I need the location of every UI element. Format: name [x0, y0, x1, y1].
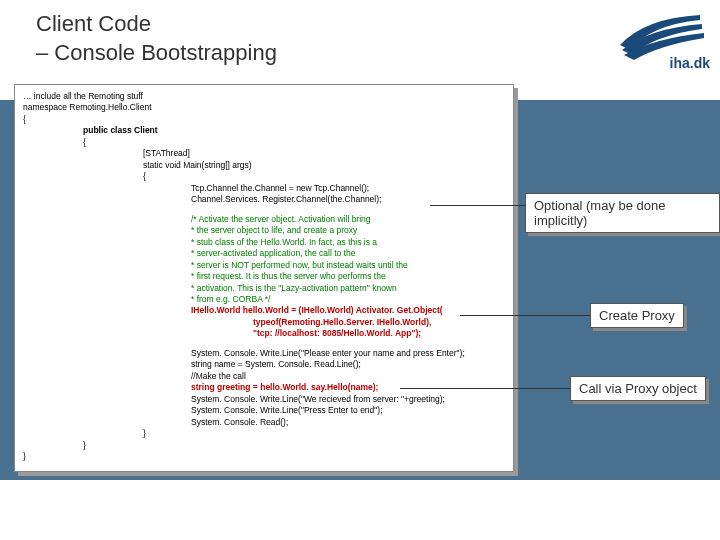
callout-optional: Optional (may be done implicitly): [525, 193, 720, 233]
code-line: {: [143, 171, 505, 182]
code-line: System. Console. Write.Line("We recieved…: [191, 394, 505, 405]
code-line: public class Client: [83, 125, 505, 136]
code-line: {: [83, 137, 505, 148]
comment-line: * server is NOT performed now, but inste…: [191, 260, 505, 271]
callout-text: Create Proxy: [599, 308, 675, 323]
code-line: {: [23, 114, 505, 125]
proxy-line: typeof(Remoting.Hello.Server. IHello.Wor…: [253, 317, 505, 328]
spacer: [191, 340, 505, 348]
comment-line: * server-activated application, the call…: [191, 248, 505, 259]
callout-text: Optional (may be done implicitly): [534, 198, 666, 228]
comment-line: * first request. It is thus the server w…: [191, 271, 505, 282]
proxy-line: "tcp: //localhost: 8085/Hello.World. App…: [253, 328, 505, 339]
code-line: … include all the Remoting stuff: [23, 91, 505, 102]
title-line2: – Console Bootstrapping: [36, 40, 277, 65]
title-line1: Client Code: [36, 11, 151, 36]
code-box: … include all the Remoting stuff namespa…: [14, 84, 514, 472]
spacer: [191, 206, 505, 214]
code-line: Tcp.Channel the.Channel = new Tcp.Channe…: [191, 183, 505, 194]
callout-connector: [460, 315, 590, 316]
code-line: }: [143, 428, 505, 439]
comment-line: * from e.g. CORBA */: [191, 294, 505, 305]
callout-text: Call via Proxy object: [579, 381, 697, 396]
code-line: Channel.Services. Register.Channel(the.C…: [191, 194, 505, 205]
comment-line: * activation. This is the "Lazy-activati…: [191, 283, 505, 294]
code-line: System. Console. Read();: [191, 417, 505, 428]
code-line: System. Console. Write.Line("Press Enter…: [191, 405, 505, 416]
callout-call-via-proxy: Call via Proxy object: [570, 376, 706, 401]
code-line: }: [83, 440, 505, 451]
code-line: //Make the call: [191, 371, 505, 382]
callout-connector: [400, 388, 570, 389]
code-line: System. Console. Write.Line("Please ente…: [191, 348, 505, 359]
comment-line: * stub class of the Hello.World. In fact…: [191, 237, 505, 248]
comment-line: * the server object to life, and create …: [191, 225, 505, 236]
code-line: static void Main(string[] args): [143, 160, 505, 171]
callout-connector: [430, 205, 525, 206]
code-line: namespace Remoting.Hello.Client: [23, 102, 505, 113]
logo-text: iha.dk: [670, 55, 710, 71]
code-line: [STAThread]: [143, 148, 505, 159]
proxy-line: IHello.World hello.World = (IHello.World…: [191, 305, 505, 316]
slide-title: Client Code – Console Bootstrapping: [36, 10, 277, 67]
code-line: }: [23, 451, 505, 462]
callout-create-proxy: Create Proxy: [590, 303, 684, 328]
code-line: string name = System. Console. Read.Line…: [191, 359, 505, 370]
comment-line: /* Activate the server object. Activatio…: [191, 214, 505, 225]
logo-icon: [610, 10, 710, 60]
